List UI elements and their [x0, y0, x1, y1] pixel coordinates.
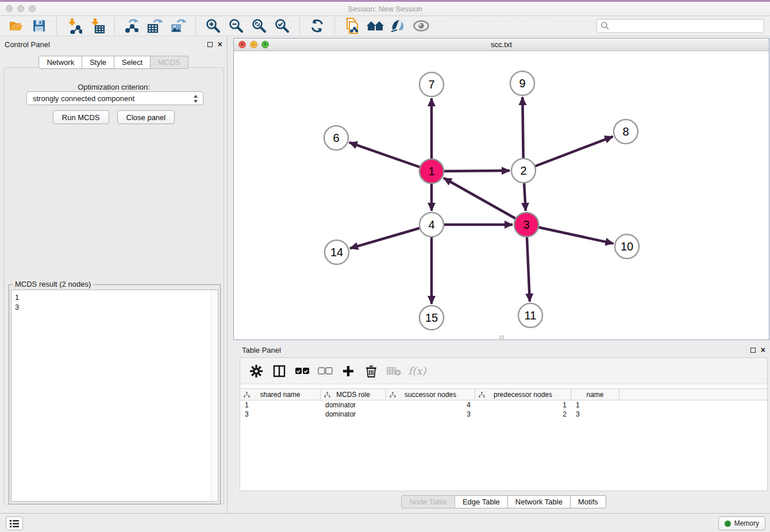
toolbar-separator	[114, 17, 115, 34]
table-cell[interactable]: 3	[571, 410, 619, 418]
column-header-name[interactable]: name	[571, 389, 619, 400]
network-canvas[interactable]: 7961284314101511	[234, 51, 769, 340]
graph-edge-1-6[interactable]	[349, 142, 432, 171]
export-table-button[interactable]	[144, 17, 167, 35]
network-window-title: scc.txt	[234, 40, 769, 49]
graph-node-10[interactable]: 10	[615, 234, 639, 259]
column-header-successor-nodes[interactable]: successor nodes	[386, 389, 475, 400]
open-folder-icon	[9, 18, 24, 33]
select-all-button[interactable]	[292, 361, 313, 381]
zoom-in-button[interactable]	[202, 17, 225, 35]
tab-network-table[interactable]: Network Table	[508, 495, 571, 508]
float-panel-icon[interactable]	[207, 42, 213, 47]
create-column-button[interactable]	[338, 361, 359, 381]
run-mcds-button[interactable]: Run MCDS	[53, 110, 109, 124]
graph-node-2[interactable]: 2	[511, 159, 536, 183]
save-session-button[interactable]	[28, 17, 51, 35]
table-cell[interactable]: 1	[571, 401, 619, 409]
table-cell[interactable]: 1	[240, 401, 321, 409]
tab-edge-table[interactable]: Edge Table	[455, 495, 508, 508]
trash-icon	[365, 365, 377, 377]
mcds-result-values: 13	[11, 290, 218, 314]
eye-icon	[413, 20, 430, 32]
criterion-select-value: strongly connected component	[33, 94, 134, 103]
table-cell[interactable]: 3	[240, 410, 321, 418]
column-type-icon	[390, 392, 396, 398]
mcds-result-textarea[interactable]: 13	[11, 290, 218, 502]
export-network-button[interactable]	[121, 17, 144, 35]
node-label: 14	[330, 246, 343, 259]
first-neighbors-button[interactable]	[364, 17, 387, 35]
criterion-select[interactable]: strongly connected component	[26, 91, 203, 105]
checked-boxes-icon	[295, 367, 310, 375]
graph-node-14[interactable]: 14	[325, 240, 349, 264]
table-row[interactable]: 1dominator411	[240, 400, 767, 410]
tab-network[interactable]: Network	[38, 56, 82, 69]
delete-table-button[interactable]	[384, 361, 405, 381]
delete-column-button[interactable]	[361, 361, 382, 381]
tab-mcds[interactable]: MCDS	[151, 56, 188, 69]
deselect-all-button[interactable]	[315, 361, 336, 381]
graph-node-3[interactable]: 3	[514, 213, 538, 237]
tab-node-table[interactable]: Node Table	[401, 495, 455, 508]
zoom-fit-button[interactable]	[248, 17, 271, 35]
zoom-out-button[interactable]	[225, 17, 248, 35]
apply-layout-button[interactable]	[306, 17, 329, 35]
table-cell[interactable]: 1	[475, 401, 571, 409]
node-label: 15	[425, 311, 438, 324]
close-table-panel-icon[interactable]: ×	[761, 347, 765, 353]
column-header-MCDS-role[interactable]: MCDS role	[321, 389, 386, 400]
open-session-button[interactable]	[5, 17, 28, 35]
close-panel-button[interactable]: Close panel	[117, 110, 175, 124]
optimization-criterion-label: Optimization criterion:	[4, 83, 224, 91]
import-table-button[interactable]	[86, 17, 109, 35]
network-window-titlebar[interactable]: × − + scc.txt	[234, 38, 769, 51]
column-header-shared-name[interactable]: shared name	[240, 389, 321, 400]
graph-node-1[interactable]: 1	[419, 159, 444, 183]
graph-edge-3-1[interactable]	[444, 178, 526, 225]
float-table-panel-icon[interactable]	[750, 348, 756, 353]
graph-node-8[interactable]: 8	[614, 119, 638, 144]
show-graphics-details-button[interactable]	[410, 17, 433, 35]
duplicate-network-button[interactable]	[341, 17, 364, 35]
close-panel-icon[interactable]: ×	[218, 41, 222, 47]
graph-node-9[interactable]: 9	[510, 71, 534, 95]
table-cell[interactable]: 4	[386, 401, 475, 409]
table-cell[interactable]: 2	[475, 410, 571, 418]
tab-motifs[interactable]: Motifs	[571, 495, 606, 508]
tab-select[interactable]: Select	[114, 56, 151, 69]
window-title: Session: New Session	[0, 5, 770, 13]
table-cell[interactable]: dominator	[321, 410, 386, 418]
import-network-button[interactable]	[63, 17, 86, 35]
resize-grip[interactable]	[499, 336, 504, 339]
network-view-window: × − + scc.txt 7961284314101511	[233, 38, 769, 340]
titlebar: Session: New Session	[0, 2, 770, 16]
table-settings-button[interactable]	[246, 361, 267, 381]
table-cell[interactable]: 3	[386, 410, 475, 418]
table-row[interactable]: 3dominator323	[240, 410, 767, 419]
toggle-columns-button[interactable]	[269, 361, 290, 381]
tab-style[interactable]: Style	[82, 56, 114, 69]
node-label: 6	[333, 132, 339, 144]
graph-node-7[interactable]: 7	[419, 72, 444, 97]
memory-label: Memory	[734, 519, 759, 527]
mcds-scrollbar[interactable]	[211, 291, 217, 500]
network-graph[interactable]: 7961284314101511	[234, 51, 769, 340]
graph-node-11[interactable]: 11	[518, 303, 542, 327]
memory-button[interactable]: Memory	[718, 516, 765, 530]
graph-node-6[interactable]: 6	[324, 126, 348, 150]
export-image-button[interactable]	[167, 17, 190, 35]
zoom-selected-button[interactable]	[271, 17, 294, 35]
function-builder-button[interactable]: f(x)	[407, 361, 428, 381]
network-search-input[interactable]	[596, 19, 764, 33]
select-chevrons-icon	[192, 94, 199, 104]
paint-style-button[interactable]	[387, 17, 410, 35]
graph-edge-3-10[interactable]	[526, 225, 614, 244]
column-header-predecessor-nodes[interactable]: predecessor nodes	[475, 389, 571, 400]
graph-edge-2-8[interactable]	[523, 137, 613, 171]
graph-node-15[interactable]: 15	[419, 306, 444, 330]
table-cell[interactable]: dominator	[321, 401, 386, 409]
show-task-history-button[interactable]	[6, 516, 23, 530]
column-header-label: shared name	[260, 391, 300, 399]
graph-node-4[interactable]: 4	[419, 213, 444, 237]
